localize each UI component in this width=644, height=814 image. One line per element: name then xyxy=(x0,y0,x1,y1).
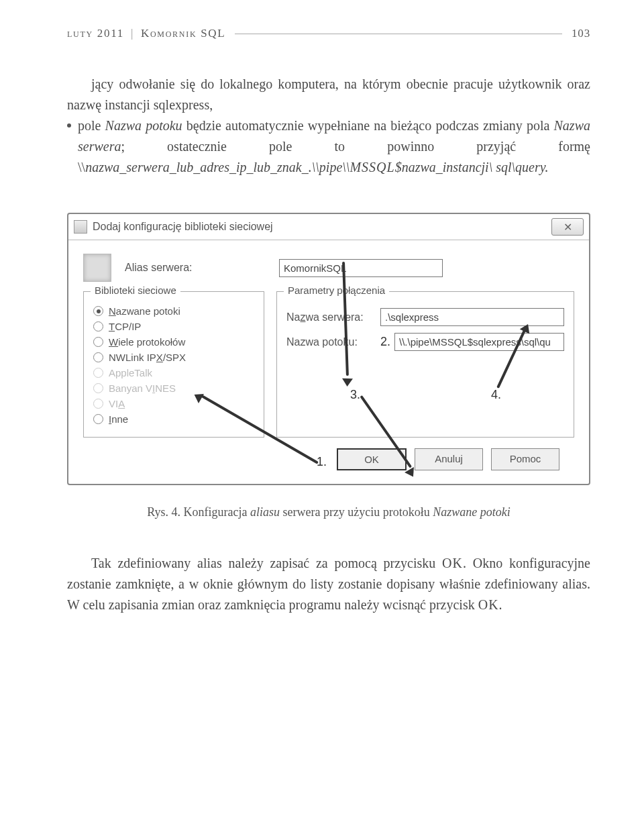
dialog-window: Dodaj konfigurację biblioteki sieciowej … xyxy=(67,213,590,485)
radio-icon xyxy=(93,321,103,332)
group-params-legend: Parametry połączenia xyxy=(284,285,389,296)
close-button[interactable]: ✕ xyxy=(551,218,584,236)
radio-icon xyxy=(93,352,103,362)
radio-icon xyxy=(93,399,103,409)
running-head: luty 2011 | Komornik SQL 103 xyxy=(67,27,590,40)
page-number: 103 xyxy=(572,27,590,40)
radio-dot-icon xyxy=(97,309,101,313)
header-sep: | xyxy=(131,27,134,40)
header-rule xyxy=(235,34,562,34)
param-row-server: Nazwa serwera: .\sqlexpress xyxy=(286,308,564,326)
group-libraries: Biblioteki sieciowe Nazwane potoki TCP/I… xyxy=(83,291,264,438)
t-smallcaps: OK xyxy=(442,556,463,570)
ok-button[interactable]: OK xyxy=(337,448,407,470)
radio-label: Banyan VINES xyxy=(109,383,176,394)
radio-nwlink[interactable]: NWLink IPX/SPX xyxy=(93,352,254,363)
t-italic: nazwa_serwera_lub_adres_ip_lub_znak_. xyxy=(85,160,312,174)
radio-icon xyxy=(93,306,103,316)
pipe-name-label: Nazwa potoku: xyxy=(286,336,380,348)
alias-label: Alias serwera: xyxy=(125,262,279,274)
radio-icon xyxy=(93,337,103,347)
radio-label: Wiele protokołów xyxy=(109,336,185,348)
radio-via: VIA xyxy=(93,398,254,409)
paragraph-3: Tak zdefiniowany alias należy zapisać za… xyxy=(67,553,590,615)
dialog-titlebar: Dodaj konfigurację biblioteki sieciowej … xyxy=(68,214,589,240)
radio-label: Inne xyxy=(109,413,128,425)
t: . xyxy=(499,597,502,612)
body-text-2: Tak zdefiniowany alias należy zapisać za… xyxy=(67,553,590,615)
t-italic: \\pipe\\ xyxy=(312,160,350,174)
t-smallcaps: MSSQL xyxy=(350,160,394,174)
figure-caption: Rys. 4. Konfiguracja aliasu serwera przy… xyxy=(67,505,590,519)
t: będzie automatycznie wypełniane na bieżą… xyxy=(182,118,554,133)
t: Tak zdefiniowany alias należy zapisać za… xyxy=(91,556,442,570)
dialog-title: Dodaj konfigurację biblioteki sieciowej xyxy=(93,221,551,233)
radio-label: TCP/IP xyxy=(109,321,141,332)
window-icon xyxy=(74,220,87,234)
body-text: jący odwołanie się do lokalnego komputer… xyxy=(67,74,590,178)
caption-text: Rys. 4. Konfiguracja xyxy=(147,505,250,519)
dialog-body: Alias serwera: KomornikSQL Biblioteki si… xyxy=(68,240,589,470)
radio-icon xyxy=(93,383,103,393)
caption-text: serwera przy użyciu protokołu xyxy=(280,505,433,519)
alias-input[interactable]: KomornikSQL xyxy=(279,259,443,277)
caption-italic: Nazwane potoki xyxy=(433,505,511,519)
t: pole xyxy=(78,118,105,133)
help-button[interactable]: Pomoc xyxy=(491,448,559,470)
cancel-button[interactable]: Anuluj xyxy=(415,448,483,470)
close-icon: ✕ xyxy=(564,221,572,234)
t-italic: $nazwa_instancji xyxy=(395,160,489,174)
paragraph-2: pole Nazwa potoku będzie automatycznie w… xyxy=(78,115,590,178)
radio-appletalk: AppleTalk xyxy=(93,367,254,378)
radio-named-pipes[interactable]: Nazwane potoki xyxy=(93,305,254,317)
group-libraries-legend: Biblioteki sieciowe xyxy=(91,285,180,296)
groups: Biblioteki sieciowe Nazwane potoki TCP/I… xyxy=(83,291,574,438)
radio-multi[interactable]: Wiele protokołów xyxy=(93,336,254,348)
caption-italic: aliasu xyxy=(250,505,280,519)
server-name-label: Nazwa serwera: xyxy=(286,311,380,323)
server-icon xyxy=(83,254,111,282)
page: luty 2011 | Komornik SQL 103 jący odwoła… xyxy=(0,0,644,814)
pipe-name-input[interactable]: \\.\pipe\MSSQL$sqlexpress\sql\qu xyxy=(394,333,564,351)
annotation-2: 2. xyxy=(380,335,390,349)
radio-label: AppleTalk xyxy=(109,367,152,378)
dialog-button-row: OK Anuluj Pomoc xyxy=(83,438,574,470)
radio-banyan: Banyan VINES xyxy=(93,383,254,394)
alias-row: Alias serwera: KomornikSQL xyxy=(83,254,574,282)
group-params: Parametry połączenia Nazwa serwera: .\sq… xyxy=(276,291,574,438)
t-smallcaps: OK xyxy=(478,597,499,612)
bullet-row: pole Nazwa potoku będzie automatycznie w… xyxy=(67,115,590,178)
radio-other[interactable]: Inne xyxy=(93,413,254,425)
bullet-dot-icon xyxy=(67,123,71,128)
radio-label: Nazwane potoki xyxy=(109,305,180,317)
t-italic: Nazwa potoku xyxy=(105,118,182,133)
radio-icon xyxy=(93,368,103,378)
radio-icon xyxy=(93,414,103,424)
header-left: luty 2011 xyxy=(67,27,124,40)
radio-tcpip[interactable]: TCP/IP xyxy=(93,321,254,332)
header-title: Komornik SQL xyxy=(141,27,225,40)
paragraph-1: jący odwołanie się do lokalnego komputer… xyxy=(67,74,590,115)
server-name-input[interactable]: .\sqlexpress xyxy=(380,308,564,326)
radio-label: NWLink IPX/SPX xyxy=(109,352,186,363)
radio-label: VIA xyxy=(109,398,125,409)
param-row-pipe: Nazwa potoku: 2. \\.\pipe\MSSQL$sqlexpre… xyxy=(286,333,564,351)
t-italic: \ sql\query. xyxy=(489,160,549,174)
